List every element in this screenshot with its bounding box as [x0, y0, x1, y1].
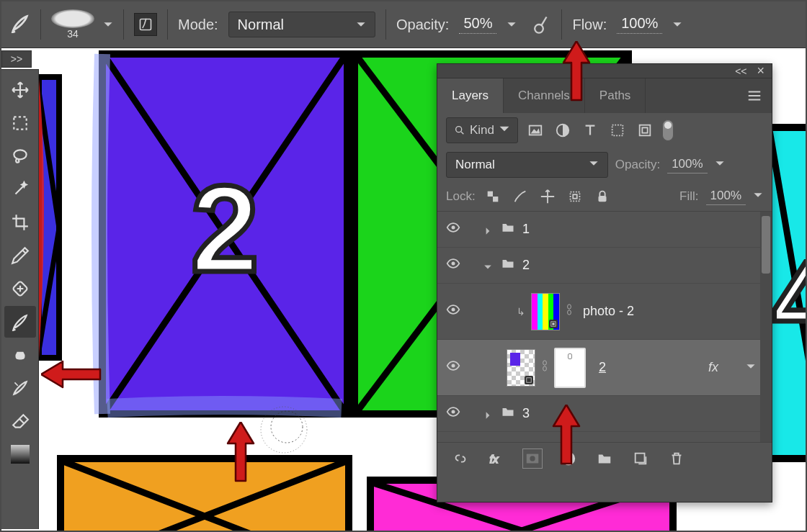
chevron-down-icon[interactable] — [483, 261, 494, 271]
chevron-right-icon[interactable] — [483, 225, 494, 235]
visibility-eye-icon[interactable] — [445, 256, 462, 274]
chevron-down-icon — [589, 158, 599, 172]
eyedropper-tool[interactable] — [4, 240, 36, 271]
annotation-arrow — [562, 41, 591, 104]
brush-tool-icon — [10, 13, 30, 37]
tab-layers[interactable]: Layers — [437, 78, 504, 113]
lasso-tool[interactable] — [4, 140, 36, 172]
chevron-down-icon[interactable] — [672, 17, 682, 33]
layer-row-selected[interactable]: 2 fx — [437, 340, 772, 396]
svg-point-45 — [452, 410, 455, 414]
move-tool[interactable] — [4, 74, 36, 106]
magic-wand-tool[interactable] — [4, 173, 36, 205]
annotation-arrow — [41, 360, 102, 392]
flow-label: Flow: — [572, 17, 607, 33]
filter-toggle[interactable] — [662, 120, 674, 141]
flow-value[interactable]: 100% — [617, 15, 662, 34]
svg-marker-54 — [553, 405, 579, 464]
blend-mode-select[interactable]: Normal — [446, 152, 608, 178]
lock-all-icon[interactable] — [592, 186, 612, 207]
visibility-eye-icon[interactable] — [445, 220, 462, 238]
chevron-down-icon[interactable] — [715, 158, 725, 172]
close-panel-icon[interactable]: × — [757, 63, 764, 78]
svg-rect-2 — [14, 117, 26, 129]
svg-point-41 — [452, 364, 455, 368]
svg-rect-26 — [612, 125, 623, 136]
opacity-value[interactable]: 50% — [459, 15, 496, 34]
layer-group-row[interactable]: 3 — [437, 396, 772, 432]
svg-point-44 — [543, 366, 547, 371]
svg-rect-42 — [527, 377, 531, 382]
chevron-down-icon — [356, 17, 366, 33]
visibility-eye-icon[interactable] — [445, 359, 462, 377]
new-group-icon[interactable] — [594, 448, 615, 469]
filter-shape-icon[interactable] — [607, 120, 628, 140]
chevron-right-icon[interactable] — [483, 409, 494, 419]
layer-row[interactable]: ↳ photo - 2 — [437, 284, 772, 340]
svg-rect-38 — [552, 323, 554, 325]
lock-label: Lock: — [446, 189, 476, 204]
filter-pixel-icon[interactable] — [525, 120, 545, 140]
svg-point-22 — [456, 127, 462, 132]
scrollbar[interactable] — [760, 212, 772, 442]
canvas-number-2: 2 — [191, 161, 259, 297]
layer-group-row[interactable]: 1 — [437, 212, 772, 248]
tab-paths[interactable]: Paths — [585, 78, 646, 113]
chevron-down-icon[interactable] — [753, 189, 763, 204]
history-brush-tool[interactable] — [4, 372, 36, 404]
healing-brush-tool[interactable] — [4, 273, 36, 305]
chevron-down-icon[interactable] — [507, 17, 517, 33]
collapse-panel-icon[interactable]: << — [735, 66, 746, 77]
eraser-tool[interactable] — [4, 405, 36, 437]
opacity-label: Opacity: — [396, 17, 449, 33]
visibility-eye-icon[interactable] — [445, 405, 462, 423]
svg-rect-28 — [642, 127, 647, 132]
fx-indicator[interactable]: fx — [708, 360, 718, 375]
layer-thumbnail[interactable] — [507, 349, 535, 387]
link-icon — [566, 304, 573, 319]
svg-marker-52 — [41, 361, 100, 387]
svg-point-3 — [14, 150, 26, 159]
pressure-opacity-icon[interactable] — [527, 12, 551, 37]
brush-tool[interactable] — [4, 306, 36, 338]
chevron-down-icon[interactable] — [746, 361, 756, 375]
folder-icon — [499, 256, 517, 274]
panel-menu-icon[interactable] — [737, 78, 772, 113]
lock-transparency-icon[interactable] — [483, 186, 503, 207]
svg-text:fx: fx — [490, 454, 499, 465]
layer-group-row[interactable]: 2 — [437, 248, 772, 284]
svg-point-48 — [530, 456, 535, 461]
expand-toolbar-button[interactable]: >> — [1, 50, 32, 68]
svg-rect-31 — [570, 192, 579, 202]
fill-value[interactable]: 100% — [706, 189, 746, 205]
options-bar: 34 Mode: Normal Opacity: 50% Flow: 100% — [1, 1, 806, 48]
brush-preset-picker[interactable]: 34 — [51, 9, 94, 40]
lock-image-icon[interactable] — [510, 186, 530, 207]
svg-text:4: 4 — [772, 238, 806, 359]
visibility-eye-icon[interactable] — [445, 302, 462, 320]
add-mask-icon[interactable] — [522, 448, 543, 469]
gradient-tool[interactable] — [4, 438, 36, 470]
crop-tool[interactable] — [4, 207, 36, 238]
mode-select[interactable]: Normal — [228, 12, 375, 37]
delete-layer-icon[interactable] — [666, 448, 687, 469]
filter-smart-icon[interactable] — [635, 120, 655, 140]
lock-position-icon[interactable] — [538, 186, 558, 207]
layer-opacity-value[interactable]: 100% — [667, 157, 707, 173]
chevron-down-icon[interactable] — [103, 17, 113, 33]
marquee-tool[interactable] — [4, 107, 36, 139]
svg-marker-53 — [228, 422, 254, 481]
new-layer-icon[interactable] — [630, 448, 651, 469]
mode-label: Mode: — [178, 17, 218, 33]
svg-point-39 — [568, 305, 571, 309]
layer-thumbnail[interactable] — [531, 293, 560, 330]
filter-type-icon[interactable] — [580, 120, 600, 140]
lock-artboard-icon[interactable] — [565, 186, 585, 207]
layer-mask-thumbnail[interactable] — [554, 348, 586, 388]
fx-icon[interactable]: fx — [486, 448, 507, 469]
filter-kind-select[interactable]: Kind — [446, 117, 518, 143]
link-layers-icon[interactable] — [450, 448, 471, 469]
brush-settings-toggle[interactable] — [134, 13, 157, 36]
filter-adjust-icon[interactable] — [553, 120, 573, 140]
clone-stamp-tool[interactable] — [4, 339, 36, 371]
